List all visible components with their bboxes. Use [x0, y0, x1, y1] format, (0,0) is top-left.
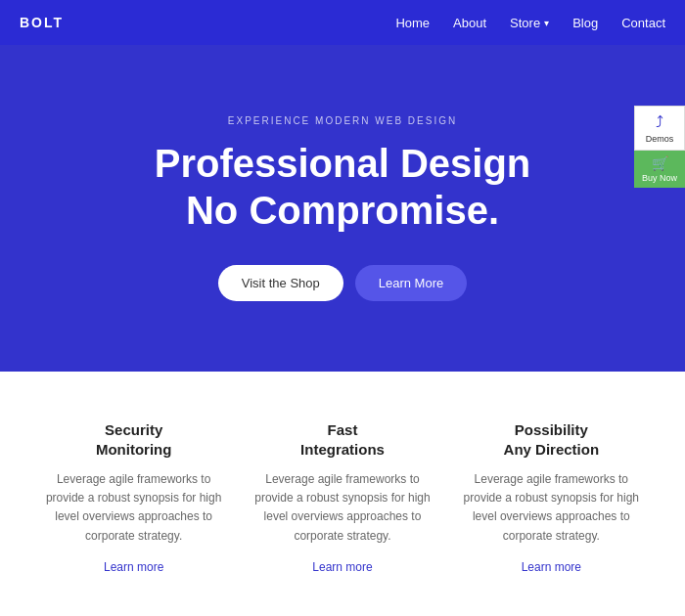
feature-link-0[interactable]: Learn more [104, 560, 163, 574]
hero-title: Professional Design No Compromise. [155, 140, 531, 234]
feature-desc-0: Leverage agile frameworks to provide a r… [36, 470, 232, 546]
learn-more-button[interactable]: Learn More [355, 265, 467, 301]
nav-blog[interactable]: Blog [572, 16, 598, 30]
buy-label: Buy Now [642, 173, 677, 183]
nav-store[interactable]: Store ▾ [510, 16, 549, 30]
buy-now-button[interactable]: 🛒 Buy Now [634, 151, 685, 188]
feature-desc-2: Leverage agile frameworks to provide a r… [453, 470, 649, 546]
nav-home[interactable]: Home [395, 16, 430, 30]
hero-eyebrow: EXPERIENCE MODERN WEB DESIGN [228, 115, 457, 126]
feature-title-1: FastIntegrations [245, 420, 440, 459]
side-buttons: ⤴ Demos 🛒 Buy Now [634, 106, 685, 188]
visit-shop-button[interactable]: Visit the Shop [218, 265, 343, 301]
feature-card-0: SecurityMonitoring Leverage agile framew… [36, 420, 232, 575]
nav-links: Home About Store ▾ Blog Contact [395, 14, 665, 31]
feature-card-1: FastIntegrations Leverage agile framewor… [245, 420, 440, 575]
demos-label: Demos [646, 134, 674, 144]
feature-link-1[interactable]: Learn more [312, 560, 372, 574]
navbar: BOLT Home About Store ▾ Blog Contact [0, 0, 685, 45]
features-section: SecurityMonitoring Leverage agile framew… [0, 372, 685, 616]
feature-title-2: PossibilityAny Direction [453, 420, 649, 459]
site-logo: BOLT [20, 15, 395, 30]
nav-about[interactable]: About [453, 16, 486, 30]
demos-icon: ⤴ [656, 113, 663, 131]
hero-title-line2: No Compromise. [186, 189, 499, 232]
hero-section: EXPERIENCE MODERN WEB DESIGN Professiona… [0, 0, 685, 372]
chevron-down-icon: ▾ [544, 18, 549, 28]
nav-store-link[interactable]: Store [510, 16, 540, 30]
demos-button[interactable]: ⤴ Demos [634, 106, 685, 151]
nav-contact[interactable]: Contact [621, 16, 665, 30]
feature-link-2[interactable]: Learn more [522, 560, 581, 574]
feature-card-2: PossibilityAny Direction Leverage agile … [453, 420, 649, 575]
hero-title-line1: Professional Design [155, 142, 531, 185]
cart-icon: 🛒 [652, 155, 668, 171]
feature-title-0: SecurityMonitoring [36, 420, 232, 459]
feature-desc-1: Leverage agile frameworks to provide a r… [245, 470, 440, 546]
hero-buttons: Visit the Shop Learn More [218, 265, 467, 301]
